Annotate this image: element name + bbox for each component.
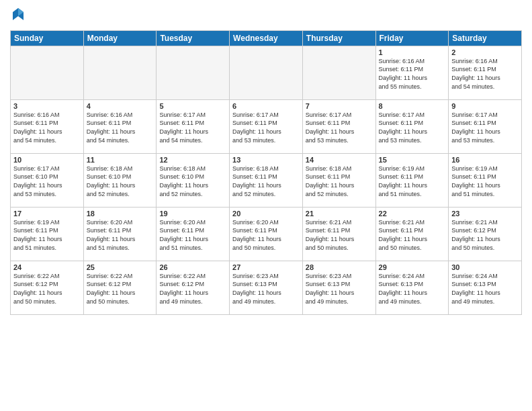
day-info: Sunrise: 6:16 AM Sunset: 6:11 PM Dayligh… (379, 57, 446, 91)
week-row-3: 10Sunrise: 6:17 AM Sunset: 6:10 PM Dayli… (11, 153, 522, 207)
day-number: 22 (379, 210, 446, 218)
day-number: 1 (379, 48, 446, 56)
week-row-1: 1Sunrise: 6:16 AM Sunset: 6:11 PM Daylig… (11, 46, 522, 99)
day-number: 19 (159, 210, 226, 218)
calendar-cell: 15Sunrise: 6:19 AM Sunset: 6:11 PM Dayli… (375, 153, 449, 207)
calendar-cell: 5Sunrise: 6:17 AM Sunset: 6:11 PM Daylig… (157, 99, 230, 153)
weekday-header-saturday: Saturday (449, 30, 522, 46)
day-info: Sunrise: 6:17 AM Sunset: 6:11 PM Dayligh… (379, 111, 446, 144)
weekday-header-wednesday: Wednesday (230, 30, 303, 46)
day-number: 10 (13, 156, 81, 164)
day-info: Sunrise: 6:19 AM Sunset: 6:11 PM Dayligh… (13, 218, 81, 252)
calendar-cell: 14Sunrise: 6:18 AM Sunset: 6:11 PM Dayli… (302, 153, 375, 207)
day-number: 30 (451, 263, 519, 271)
day-number: 12 (159, 156, 226, 164)
day-info: Sunrise: 6:18 AM Sunset: 6:11 PM Dayligh… (306, 165, 373, 198)
day-info: Sunrise: 6:16 AM Sunset: 6:11 PM Dayligh… (451, 57, 519, 91)
weekday-header-thursday: Thursday (302, 30, 375, 46)
day-number: 5 (159, 102, 226, 110)
calendar-cell: 29Sunrise: 6:24 AM Sunset: 6:13 PM Dayli… (375, 261, 449, 314)
week-row-5: 24Sunrise: 6:22 AM Sunset: 6:12 PM Dayli… (11, 261, 522, 314)
calendar-cell: 12Sunrise: 6:18 AM Sunset: 6:10 PM Dayli… (157, 153, 230, 207)
day-info: Sunrise: 6:24 AM Sunset: 6:13 PM Dayligh… (379, 272, 446, 306)
day-info: Sunrise: 6:24 AM Sunset: 6:13 PM Dayligh… (451, 272, 519, 306)
calendar-cell: 3Sunrise: 6:16 AM Sunset: 6:11 PM Daylig… (11, 99, 84, 153)
calendar-cell: 4Sunrise: 6:16 AM Sunset: 6:11 PM Daylig… (83, 99, 157, 153)
calendar-cell: 24Sunrise: 6:22 AM Sunset: 6:12 PM Dayli… (11, 261, 84, 314)
calendar-cell: 7Sunrise: 6:17 AM Sunset: 6:11 PM Daylig… (302, 99, 375, 153)
weekday-header-sunday: Sunday (11, 30, 84, 46)
day-number: 7 (306, 102, 373, 110)
calendar-cell: 16Sunrise: 6:19 AM Sunset: 6:11 PM Dayli… (449, 153, 522, 207)
day-info: Sunrise: 6:17 AM Sunset: 6:10 PM Dayligh… (13, 165, 81, 198)
calendar-cell: 23Sunrise: 6:21 AM Sunset: 6:12 PM Dayli… (449, 207, 522, 261)
weekday-header-tuesday: Tuesday (157, 30, 230, 46)
day-info: Sunrise: 6:16 AM Sunset: 6:11 PM Dayligh… (13, 111, 81, 144)
day-info: Sunrise: 6:23 AM Sunset: 6:13 PM Dayligh… (306, 272, 373, 306)
day-number: 2 (451, 48, 519, 56)
day-info: Sunrise: 6:18 AM Sunset: 6:10 PM Dayligh… (87, 165, 154, 198)
calendar-cell: 28Sunrise: 6:23 AM Sunset: 6:13 PM Dayli… (302, 261, 375, 314)
day-info: Sunrise: 6:17 AM Sunset: 6:11 PM Dayligh… (306, 111, 373, 144)
day-info: Sunrise: 6:22 AM Sunset: 6:12 PM Dayligh… (159, 272, 226, 306)
day-info: Sunrise: 6:16 AM Sunset: 6:11 PM Dayligh… (87, 111, 154, 144)
week-row-4: 17Sunrise: 6:19 AM Sunset: 6:11 PM Dayli… (11, 207, 522, 261)
day-info: Sunrise: 6:20 AM Sunset: 6:11 PM Dayligh… (87, 218, 154, 252)
day-number: 3 (13, 102, 81, 110)
calendar-cell (11, 46, 84, 99)
day-info: Sunrise: 6:19 AM Sunset: 6:11 PM Dayligh… (451, 165, 519, 198)
logo (10, 7, 25, 25)
calendar-cell: 18Sunrise: 6:20 AM Sunset: 6:11 PM Dayli… (83, 207, 157, 261)
header (10, 7, 522, 25)
day-info: Sunrise: 6:20 AM Sunset: 6:11 PM Dayligh… (159, 218, 226, 252)
calendar-cell: 13Sunrise: 6:18 AM Sunset: 6:11 PM Dayli… (230, 153, 303, 207)
day-info: Sunrise: 6:17 AM Sunset: 6:11 PM Dayligh… (451, 111, 519, 144)
calendar-cell (302, 46, 375, 99)
calendar-cell: 26Sunrise: 6:22 AM Sunset: 6:12 PM Dayli… (157, 261, 230, 314)
day-number: 14 (306, 156, 373, 164)
weekday-header-friday: Friday (375, 30, 449, 46)
calendar-cell: 1Sunrise: 6:16 AM Sunset: 6:11 PM Daylig… (375, 46, 449, 99)
calendar-cell: 27Sunrise: 6:23 AM Sunset: 6:13 PM Dayli… (230, 261, 303, 314)
calendar-table: SundayMondayTuesdayWednesdayThursdayFrid… (10, 30, 522, 315)
calendar-cell: 6Sunrise: 6:17 AM Sunset: 6:11 PM Daylig… (230, 99, 303, 153)
day-number: 15 (379, 156, 446, 164)
day-number: 24 (13, 263, 81, 271)
day-info: Sunrise: 6:19 AM Sunset: 6:11 PM Dayligh… (379, 165, 446, 198)
calendar-cell: 25Sunrise: 6:22 AM Sunset: 6:12 PM Dayli… (83, 261, 157, 314)
day-number: 4 (87, 102, 154, 110)
day-number: 9 (451, 102, 519, 110)
day-number: 25 (87, 263, 154, 271)
calendar-cell: 30Sunrise: 6:24 AM Sunset: 6:13 PM Dayli… (449, 261, 522, 314)
calendar-cell (83, 46, 157, 99)
calendar-cell (157, 46, 230, 99)
day-number: 6 (232, 102, 300, 110)
logo-text (10, 7, 25, 25)
day-number: 11 (87, 156, 154, 164)
calendar-cell: 21Sunrise: 6:21 AM Sunset: 6:11 PM Dayli… (302, 207, 375, 261)
calendar-cell: 20Sunrise: 6:20 AM Sunset: 6:11 PM Dayli… (230, 207, 303, 261)
day-info: Sunrise: 6:21 AM Sunset: 6:12 PM Dayligh… (451, 218, 519, 252)
day-info: Sunrise: 6:17 AM Sunset: 6:11 PM Dayligh… (232, 111, 300, 144)
calendar-cell: 8Sunrise: 6:17 AM Sunset: 6:11 PM Daylig… (375, 99, 449, 153)
day-number: 8 (379, 102, 446, 110)
weekday-header-monday: Monday (83, 30, 157, 46)
day-number: 16 (451, 156, 519, 164)
calendar-cell: 19Sunrise: 6:20 AM Sunset: 6:11 PM Dayli… (157, 207, 230, 261)
day-number: 18 (87, 210, 154, 218)
day-info: Sunrise: 6:22 AM Sunset: 6:12 PM Dayligh… (87, 272, 154, 306)
calendar-cell: 22Sunrise: 6:21 AM Sunset: 6:11 PM Dayli… (375, 207, 449, 261)
day-info: Sunrise: 6:22 AM Sunset: 6:12 PM Dayligh… (13, 272, 81, 306)
day-number: 21 (306, 210, 373, 218)
calendar-cell: 11Sunrise: 6:18 AM Sunset: 6:10 PM Dayli… (83, 153, 157, 207)
day-number: 27 (232, 263, 300, 271)
calendar-cell (230, 46, 303, 99)
day-info: Sunrise: 6:23 AM Sunset: 6:13 PM Dayligh… (232, 272, 300, 306)
day-info: Sunrise: 6:18 AM Sunset: 6:11 PM Dayligh… (232, 165, 300, 198)
day-info: Sunrise: 6:20 AM Sunset: 6:11 PM Dayligh… (232, 218, 300, 252)
day-info: Sunrise: 6:17 AM Sunset: 6:11 PM Dayligh… (159, 111, 226, 144)
calendar-cell: 17Sunrise: 6:19 AM Sunset: 6:11 PM Dayli… (11, 207, 84, 261)
day-info: Sunrise: 6:18 AM Sunset: 6:10 PM Dayligh… (159, 165, 226, 198)
day-number: 29 (379, 263, 446, 271)
calendar-cell: 2Sunrise: 6:16 AM Sunset: 6:11 PM Daylig… (449, 46, 522, 99)
